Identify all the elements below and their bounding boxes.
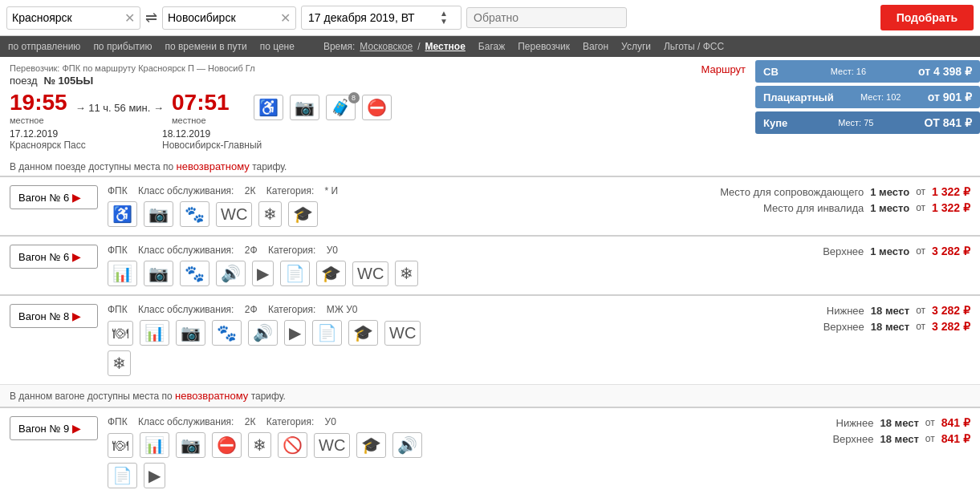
wagon-button-w6b[interactable]: Вагон № 6 ▶ [10,245,98,269]
depart-time: 19:55 [10,90,67,115]
time-moscow[interactable]: Московское [360,41,413,52]
wagon-cat-label: Категория: [266,416,314,427]
sv-seats: Мест: 16 [831,67,866,76]
filter-benefits[interactable]: Льготы / ФСС [664,41,724,52]
wagon-price-line: Нижнее 18 мест от 3 282 ₽ [810,304,970,317]
section-note-link-w9[interactable]: невозвратному [175,390,248,402]
wagon-section-w8: Вагон № 8 ▶ ФПК Класс обслуживания: 2Ф К… [0,294,980,384]
price-from-label: от [916,321,925,332]
swap-button[interactable]: ⇌ [145,9,157,26]
tariff-link[interactable]: невозвратному [177,160,250,172]
price-from-label: от [916,245,925,257]
wagon-btn-col: Вагон № 6 ▶ [10,245,98,269]
wagon-icon: 📷 [144,201,173,227]
from-clear-button[interactable]: ✕ [124,10,135,26]
price-from-label: от [925,433,935,444]
wagon-icon2: ▶ [144,463,165,488]
wagon-carrier: ФПК [108,416,128,427]
wagon-arrow-icon: ▶ [72,310,81,322]
wagon-icon: 🐾 [180,261,209,286]
price-row-kupe[interactable]: Купе Мест: 75 ОТ 841 ₽ [755,111,980,134]
price-type: Место для сопровождающего [720,186,864,198]
wagon-carrier: ФПК [108,304,128,315]
price-row-sv[interactable]: СВ Мест: 16 от 4 398 ₽ [755,60,980,83]
platzkart-from: от [928,91,940,103]
wagon-icon: 📷 [144,261,173,286]
train-block: Перевозчик: ФПК по маршруту Красноярск П… [0,57,980,157]
price-count: 18 мест [880,417,919,429]
depart-label: местное [10,115,67,125]
filter-wagon[interactable]: Вагон [583,41,608,52]
wagon-icon: 🐾 [212,320,242,346]
wagon-details-w6a: ФПК Класс обслуживания: 2К Категория: * … [108,185,710,227]
from-field[interactable]: ✕ [6,6,140,30]
time-local[interactable]: Местное [425,41,466,52]
wagon-button-w8[interactable]: Вагон № 8 ▶ [10,304,98,328]
amenity-wheelchair-icon: ♿ [254,95,283,120]
platzkart-seats: Мест: 102 [860,92,901,102]
price-count: 18 мест [871,305,909,317]
wagon-details-w9: ФПК Класс обслуживания: 2К Категория: У0… [108,416,800,488]
to-input[interactable] [168,11,280,24]
wagon-class-label: Класс обслуживания: [138,416,234,427]
filter-bar: по отправлению по прибытию по времени в … [0,36,980,57]
sort-arrival[interactable]: по прибытию [93,41,152,52]
wagon-button-w9[interactable]: Вагон № 9 ▶ [10,416,98,440]
wagon-cat-label: Категория: [268,304,315,315]
wagon-carrier: ФПК [108,185,128,196]
price-row-platzkart[interactable]: Плацкартный Мест: 102 от 901 ₽ [755,86,980,108]
price-amount: 1 322 ₽ [932,185,970,198]
wagon-price-line: Верхнее 1 место от 3 282 ₽ [810,245,970,257]
wagon-price-line: Верхнее 18 мест от 841 ₽ [810,432,970,445]
kupe-from: ОТ [924,116,939,129]
route-row: 19:55 местное → 11 ч. 56 мин. → 07:51 ме… [10,90,692,125]
depart-station-name: Красноярск Пасс [10,140,154,151]
date-field[interactable]: ▲ ▼ [301,6,462,30]
wagon-icon2: ❄ [108,350,131,376]
wagon-container: Вагон № 6 ▶ ФПК Класс обслуживания: 2К К… [0,176,980,496]
wagon-row: Вагон № 9 ▶ ФПК Класс обслуживания: 2К К… [10,416,970,488]
wagon-details-w8: ФПК Класс обслуживания: 2Ф Категория: МЖ… [108,304,800,376]
filter-baggage[interactable]: Багаж [478,41,505,52]
date-down-button[interactable]: ▼ [440,18,448,26]
wagon-icon: 🍽 [108,321,133,346]
wagon-icon: 📊 [140,320,169,346]
return-input[interactable] [474,11,602,24]
price-count: 18 мест [871,321,909,333]
wagon-button-w6a[interactable]: Вагон № 6 ▶ [10,185,98,209]
from-input[interactable] [12,11,124,24]
filter-services[interactable]: Услуги [621,41,651,52]
wagon-icon: ❄ [258,201,282,227]
wagon-icon: ❄ [248,432,271,458]
wagon-section-note-w9: В данном вагоне доступны места по невозв… [0,384,980,407]
wagon-icon: ▶ [252,261,274,286]
wagon-price-line: Нижнее 18 мест от 841 ₽ [810,416,970,429]
wagon-icon: 🔊 [392,432,422,458]
to-clear-button[interactable]: ✕ [280,10,291,26]
wagon-row: Вагон № 6 ▶ ФПК Класс обслуживания: 2К К… [10,185,970,227]
arrive-time: 07:51 [172,90,230,115]
to-field[interactable]: ✕ [162,6,296,30]
wagon-btn-col: Вагон № 9 ▶ [10,416,98,440]
wagon-icon2: 📄 [108,463,137,488]
wagon-icon: WC [352,261,388,286]
search-button[interactable]: Подобрать [880,5,974,30]
route-link[interactable]: Маршрут [701,63,746,75]
sort-departure[interactable]: по отправлению [8,41,80,52]
wagon-icon: 📊 [140,432,169,458]
date-input[interactable] [308,11,437,24]
wagon-section-w6a: Вагон № 6 ▶ ФПК Класс обслуживания: 2К К… [0,176,980,235]
wagon-btn-label: Вагон № 8 [18,310,69,322]
wagon-icon: ⛔ [212,432,242,458]
return-field[interactable] [466,7,627,28]
price-type: Верхнее [823,245,864,257]
wagon-arrow-icon: ▶ [72,422,81,435]
wagon-section-w9: Вагон № 9 ▶ ФПК Класс обслуживания: 2К К… [0,407,980,496]
filter-carrier[interactable]: Перевозчик [518,41,570,52]
price-amount: 3 282 ₽ [932,245,970,257]
sort-price[interactable]: по цене [260,41,295,52]
sort-duration[interactable]: по времени в пути [165,41,246,52]
kupe-amount: ОТ 841 ₽ [924,116,972,129]
amenity-camera-icon: 📷 [290,95,319,120]
amenity-nosmoke-icon: ⛔ [362,95,392,120]
